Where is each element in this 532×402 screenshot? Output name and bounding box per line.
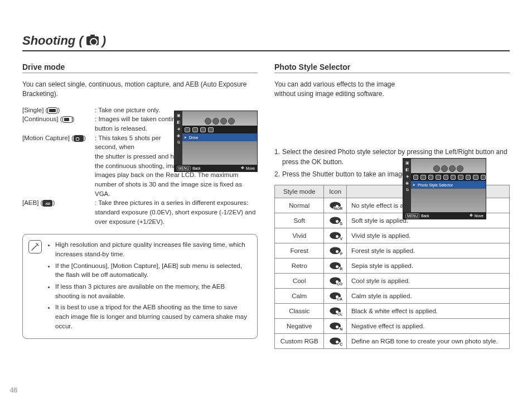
page-number: 46 — [10, 386, 17, 394]
table-row: CalmCACalm style is applied. — [275, 289, 510, 304]
motion-icon — [74, 135, 84, 142]
pss-intro: You can add various effects to the image… — [274, 80, 414, 99]
style-desc-cell: Black & white effect is applied. — [346, 304, 509, 319]
palette-icon: F — [330, 246, 341, 254]
table-row: NegativeNNegative effect is applied. — [275, 319, 510, 334]
style-mode-cell: Forest — [275, 243, 324, 259]
aeb-icon — [42, 200, 52, 207]
table-row: CoolCOCool style is applied. — [275, 274, 510, 289]
drive-intro: You can select single, continuous, motio… — [22, 80, 258, 99]
lcd-pss-label: Photo Style Selector — [418, 183, 453, 187]
camera-icon — [86, 36, 99, 45]
style-icon-cell: NOR — [324, 198, 346, 213]
continuous-label: [Continuous] ( — [22, 116, 62, 122]
style-desc-cell: Calm style is applied. — [346, 289, 509, 304]
palette-icon: NOR — [330, 201, 341, 209]
lcd-back-label: Back — [192, 166, 200, 170]
palette-icon: N — [330, 322, 341, 329]
style-desc-cell: Negative effect is applied. — [346, 319, 509, 334]
lcd-drive-preview: ▣◧◈◉⧉ ▸Drive MENUBack ✥Move — [174, 111, 258, 172]
lcd-back-label: Back — [421, 214, 429, 218]
note-icon — [28, 240, 42, 253]
left-column: Drive mode You can select single, contin… — [22, 63, 258, 349]
aeb-label: [AEB] ( — [22, 199, 42, 206]
palette-icon: CO — [330, 276, 341, 284]
palette-icon: C — [330, 337, 341, 344]
style-mode-cell: Vivid — [275, 228, 324, 243]
style-icon-cell: S — [324, 213, 346, 228]
motion-label: [Motion Capture] ( — [22, 135, 74, 141]
style-icon-cell: F — [324, 243, 346, 259]
palette-icon: V — [330, 231, 341, 239]
style-mode-cell: Retro — [275, 259, 324, 274]
style-desc-cell: Define an RGB tone to create your own ph… — [346, 334, 509, 349]
lcd-move-label: Move — [246, 166, 255, 170]
continuous-icon — [62, 116, 72, 123]
style-mode-cell: Soft — [275, 213, 324, 228]
palette-icon: S — [330, 216, 341, 224]
style-desc-cell: Forest style is applied. — [346, 243, 509, 259]
style-desc-cell: Cool style is applied. — [346, 274, 509, 289]
style-icon-cell: R — [324, 259, 346, 274]
note-item: High resolution and picture quality incr… — [55, 240, 250, 259]
lcd-menu-key: MENU — [405, 213, 419, 218]
note-item: It is best to use a tripod for the AEB s… — [55, 303, 250, 331]
table-row: RetroRSepia style is applied. — [275, 259, 510, 274]
style-mode-cell: Classic — [275, 304, 324, 319]
drive-mode-heading: Drive mode — [22, 63, 258, 73]
style-mode-cell: Calm — [275, 289, 324, 304]
lcd-move-label: Move — [475, 214, 483, 218]
palette-icon: CL — [330, 307, 341, 314]
style-icon-cell: CL — [324, 304, 346, 319]
pss-heading: Photo Style Selector — [274, 63, 510, 73]
single-icon — [47, 107, 57, 114]
style-mode-cell: Negative — [275, 319, 324, 334]
style-icon-cell: N — [324, 319, 346, 334]
palette-icon: R — [330, 261, 341, 269]
palette-icon: CA — [330, 291, 341, 299]
step-2: Press the Shutter button to take an imag… — [282, 169, 408, 179]
note-item: If less than 3 pictures are available on… — [55, 282, 250, 300]
style-icon-cell: CA — [324, 289, 346, 304]
style-icon-cell: CO — [324, 274, 346, 289]
th-icon: Icon — [324, 185, 346, 198]
aeb-desc: : Take three pictures in a series in dif… — [95, 198, 258, 226]
page-title: Shooting ( ) — [22, 34, 510, 51]
table-row: VividVVivid style is applied. — [275, 228, 510, 243]
style-icon-cell: C — [324, 334, 346, 349]
right-column: Photo Style Selector You can add various… — [274, 63, 510, 349]
lcd-drive-label: Drive — [189, 136, 198, 140]
style-icon-cell: V — [324, 228, 346, 243]
th-mode: Style mode — [275, 185, 324, 198]
lcd-menu-key: MENU — [177, 166, 191, 171]
style-mode-cell: Custom RGB — [275, 334, 324, 349]
title-suffix: ) — [102, 34, 106, 48]
lcd-pss-preview: ▣◧◈◉⧉ ▸Photo Style Selector MENUBack ✥Mo… — [403, 158, 486, 219]
note-box: High resolution and picture quality incr… — [22, 234, 258, 339]
single-label: [Single] ( — [22, 107, 47, 113]
style-mode-cell: Cool — [275, 274, 324, 289]
style-mode-cell: Normal — [275, 198, 324, 213]
table-row: ClassicCLBlack & white effect is applied… — [275, 304, 510, 319]
note-item: If the [Continuous], [Motion Capture], [… — [55, 261, 250, 280]
style-desc-cell: Vivid style is applied. — [346, 228, 509, 243]
table-row: ForestFForest style is applied. — [275, 243, 510, 259]
table-row: Custom RGBCDefine an RGB tone to create … — [275, 334, 510, 349]
title-prefix: Shooting ( — [22, 34, 83, 48]
style-desc-cell: Sepia style is applied. — [346, 259, 509, 274]
